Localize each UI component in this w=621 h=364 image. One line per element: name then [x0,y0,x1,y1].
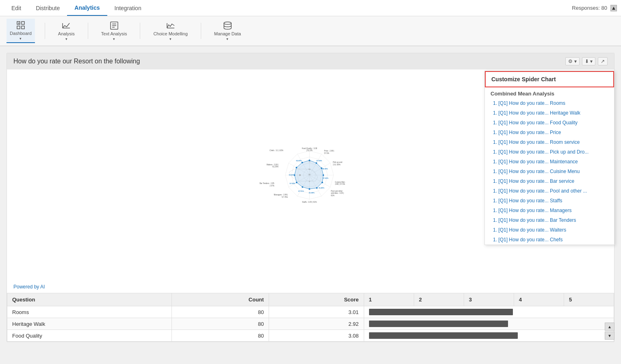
powered-by[interactable]: Powered by AI [7,281,614,293]
bar-foodquality [369,332,518,339]
row-rooms-count: 80 [172,306,269,318]
dropdown-item-10[interactable]: 1. [Q1] How do you rate... Staffs [485,196,614,206]
manage-data-label: Manage Data [214,31,241,36]
toolbar-item-manage-data[interactable]: Manage Data ▾ [211,19,244,43]
val-staffs: 61.00% [309,192,315,194]
toolbar-choice-modelling[interactable]: Choice Modelling ▾ [150,19,191,43]
scroll-up-arrow[interactable]: ▲ [605,323,614,331]
dropdown-item-12[interactable]: 1. [Q1] How do you rate... Bar Tenders [485,215,614,225]
toolbar-divider-1 [45,23,45,39]
row-foodquality-bar [364,330,614,342]
row-rooms-score: 3.01 [269,306,364,318]
toolbar-item-text-analysis[interactable]: Text Analysis ▾ [98,19,130,43]
row-heritage-count: 80 [172,318,269,330]
main-content: How do you rate our Resort on the follow… [0,46,621,349]
nav-item-analytics[interactable]: Analytics [67,0,107,16]
col-question: Question [7,293,172,306]
table-row: Food Quality 80 3.08 [7,330,614,342]
analysis-arrow[interactable]: ▾ [65,37,67,41]
grid-label-25: 25 [308,173,310,176]
col-score: Score [269,293,364,306]
label-pool-2: aminities : 3.05 | [331,192,344,194]
customize-button[interactable]: ⚙ ▾ [565,57,579,65]
toolbar-item-analysis[interactable]: Analysis ▾ [55,19,78,43]
toolbar-item-choice-modelling[interactable]: Choice Modelling ▾ [150,19,191,43]
col-count: Count [172,293,269,306]
analysis-label: Analysis [58,31,75,36]
scroll-up-button[interactable]: ▲ [610,5,617,11]
text-analysis-label: Text Analysis [101,31,127,36]
nav-item-edit[interactable]: Edit [4,0,28,16]
dropdown-item-4[interactable]: 1. [Q1] How do you rate... Room service [485,137,614,147]
row-heritage-score: 2.92 [269,318,364,330]
label-food-quality: Food Quality : 3.08 [302,147,317,150]
point-managers [309,188,310,190]
top-navigation: Edit Distribute Analytics Integration Re… [0,0,621,16]
nav-item-integration[interactable]: Integration [107,0,149,16]
download-button[interactable]: ⬇ ▾ [582,57,595,65]
toolbar-dashboard[interactable]: Dashboard ▾ [7,19,35,43]
table-row: Rooms 80 3.01 [7,306,614,318]
scroll-down-arrow[interactable]: ▼ [605,332,614,340]
point-cuisine [323,174,324,176]
toolbar-analysis[interactable]: Analysis ▾ [55,19,78,43]
dropdown-item-13[interactable]: 1. [Q1] How do you rate... Waiters [485,225,614,235]
bar-heritage [369,321,508,327]
col-1: 1 [364,293,414,306]
toolbar-item-dashboard[interactable]: Dashboard ▾ [7,19,35,43]
share-button[interactable]: ↗ [598,57,608,65]
row-rooms-bar [364,306,614,318]
svg-rect-2 [17,26,20,29]
dropdown-item-7[interactable]: 1. [Q1] How do you rate... Cuisine Menu [485,167,614,176]
label-price-2: 57.5% [324,152,329,154]
dropdown-item-2[interactable]: 1. [Q1] How do you rate... Food Quality [485,118,614,128]
dashboard-arrow[interactable]: ▾ [20,37,22,41]
col-2: 2 [414,293,464,306]
point-pool [321,182,323,183]
table-row: Heritage Walk 80 2.92 [7,318,614,330]
bar-rooms [369,309,513,315]
grid-label-75: 75 [308,160,310,162]
row-foodquality-score: 3.08 [269,330,364,342]
row-rooms-question: Rooms [7,306,172,318]
choice-modelling-label: Choice Modelling [153,31,187,36]
toolbar-manage-data[interactable]: Manage Data ▾ [211,19,244,43]
text-analysis-icon [109,21,119,30]
label-waiters: Waiters : 3.06 | [267,164,279,166]
val-cuisine: 57.50% [323,177,328,179]
table-header-row: Question Count Score 1 2 3 4 5 [7,293,614,306]
val-bartenders: 57.00% [290,182,295,184]
dashboard-icon [16,20,26,30]
val-price: 57.50% [317,160,322,162]
dropdown-item-8[interactable]: 1. [Q1] How do you rate... Bar service [485,176,614,186]
point-rooms [296,167,297,169]
nav-item-distribute[interactable]: Distribute [28,0,67,16]
label-pickup: Pick up and [333,161,343,163]
text-analysis-arrow[interactable]: ▾ [113,37,115,41]
dropdown-item-0[interactable]: 1. [Q1] How do you rate... Rooms [485,98,614,108]
point-staffs [316,187,318,189]
analysis-icon [61,21,71,30]
val-managers: 57.75% [298,190,304,192]
label-waiters-2: 61.25% [272,166,278,168]
spider-chart-svg: 75 50 25 0 Food Quality : 3.08 | 61.5% P… [205,82,416,269]
label-price: Price : 2.88 | [324,150,334,152]
label-bartenders: Bar Tenders : 2.85 [260,182,275,184]
toolbar-text-analysis[interactable]: Text Analysis ▾ [98,19,130,43]
label-pool: Pool and other [331,190,343,192]
dropdown-item-9[interactable]: 1. [Q1] How do you rate... Pool and othe… [485,186,614,196]
dropdown-item-14[interactable]: 1. [Q1] How do you rate... Chefs [485,235,614,245]
data-table: Question Count Score 1 2 3 4 5 Rooms 80 … [7,293,614,342]
label-cuisine: Cuisine Men [335,181,345,183]
manage-data-arrow[interactable]: ▾ [226,37,228,41]
row-heritage-question: Heritage Walk [7,318,172,330]
dropdown-item-5[interactable]: 1. [Q1] How do you rate... Pick up and D… [485,147,614,157]
dropdown-item-3[interactable]: 1. [Q1] How do you rate... Price [485,128,614,137]
dropdown-item-6[interactable]: 1. [Q1] How do you rate... Maintenance [485,157,614,167]
dropdown-item-1[interactable]: 1. [Q1] How do you rate... Heritage Walk [485,108,614,118]
responses-count: Responses: 80 [572,5,607,11]
choice-modelling-arrow[interactable]: ▾ [169,37,172,41]
label-chefs: Chefs : 3.1 | 62% [269,150,283,152]
toolbar-divider-3 [140,23,140,39]
dropdown-item-11[interactable]: 1. [Q1] How do you rate... Managers [485,206,614,215]
